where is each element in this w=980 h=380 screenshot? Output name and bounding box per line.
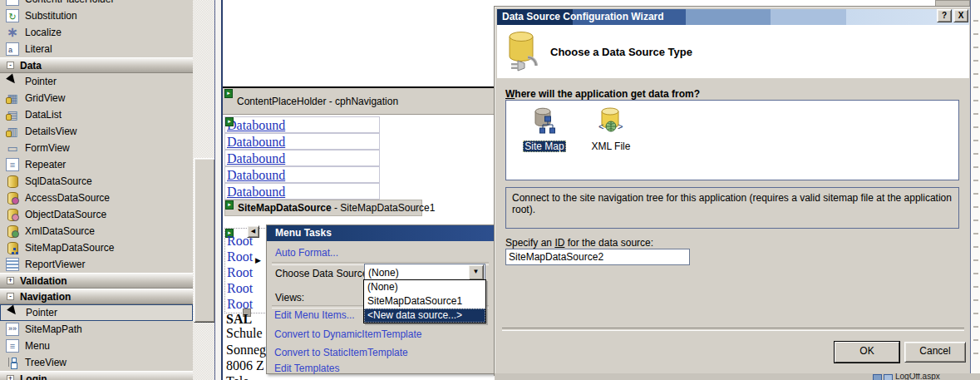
- toolbox-item-treeview[interactable]: TreeView: [0, 354, 193, 371]
- toolbox-item-objectdatasource[interactable]: ObjectDataSource: [0, 206, 193, 223]
- databound-link-box[interactable]: Databound: [224, 166, 380, 183]
- objectdatasource-icon: [6, 208, 19, 221]
- data-source-type-xmlfile[interactable]: < > XML File: [581, 107, 641, 152]
- toolbox-item-reportviewer[interactable]: ReportViewer: [0, 256, 193, 273]
- edit-templates-link[interactable]: Edit Templates: [274, 363, 340, 374]
- data-source-wizard-icon: [505, 29, 543, 76]
- toolbox-item-sitemapdatasource[interactable]: SiteMapDataSource: [0, 239, 193, 256]
- detailsview-icon: ▥: [6, 125, 19, 138]
- toolbox-item-sitemappath[interactable]: »» SiteMapPath: [0, 321, 193, 338]
- toolbox-item-formview[interactable]: ▭ FormView: [0, 140, 193, 156]
- menu-item-root[interactable]: Root: [225, 233, 267, 249]
- toolbox-section-navigation[interactable]: - Navigation: [0, 289, 193, 304]
- repeater-icon: ≡: [6, 158, 19, 171]
- toolbox-item-xmldatasource[interactable]: XmlDataSource: [0, 223, 193, 239]
- data-source-type-sitemap[interactable]: Site Map: [518, 107, 571, 152]
- sitemappath-icon: »»: [6, 323, 19, 336]
- xml-file-icon: < >: [598, 107, 623, 138]
- sitemapdatasource-control[interactable]: ▸ SiteMapDataSource - SiteMapDataSource1: [224, 200, 422, 216]
- svg-text:>: >: [618, 121, 623, 131]
- svg-text:<: <: [598, 121, 603, 131]
- views-label: Views:: [275, 292, 304, 304]
- logoff-file-label: LogOff.aspx: [895, 373, 940, 380]
- toolbox-item-literal[interactable]: a Literal: [0, 41, 193, 57]
- reportviewer-icon: [6, 258, 19, 271]
- data-source-dropdown-list: (None) SiteMapDataSource1 <New data sour…: [363, 279, 486, 323]
- menu-icon: ≡: [6, 339, 19, 353]
- dropdown-option-sitemapdatasource1[interactable]: SiteMapDataSource1: [364, 294, 485, 308]
- toolbox-section-validation[interactable]: + Validation: [0, 273, 193, 289]
- toolbox-item-localize[interactable]: ∗ Localize: [0, 24, 193, 41]
- toolbox-item-substitution[interactable]: ↻ Substitution: [0, 7, 193, 24]
- toolbox-item-detailsview[interactable]: ▥ DetailsView: [0, 123, 193, 140]
- pointer-icon: [7, 306, 20, 319]
- file-icon: [873, 374, 882, 380]
- databound-link-box[interactable]: Databound: [224, 183, 380, 200]
- databound-link-box[interactable]: Databound: [224, 150, 380, 166]
- menu-item-root[interactable]: Root▶: [225, 249, 267, 264]
- datalist-icon: ▤: [6, 108, 19, 121]
- accessdatasource-icon: [6, 191, 19, 205]
- toolbox-item-datalist[interactable]: ▤ DataList: [0, 106, 193, 123]
- convert-static-link[interactable]: Convert to StaticItemTemplate: [274, 347, 408, 358]
- convert-dynamic-link[interactable]: Convert to DynamicItemTemplate: [274, 328, 421, 340]
- toolbox-item-pointer-navigation[interactable]: Pointer: [0, 304, 193, 321]
- smarttag-collapse-button[interactable]: ◀: [247, 225, 259, 238]
- dialog-heading: Choose a Data Source Type: [550, 46, 692, 58]
- close-button[interactable]: X: [953, 9, 968, 22]
- page-text-line: 8006 Z: [226, 358, 264, 373]
- collapse-minus-icon[interactable]: -: [7, 62, 14, 69]
- file-icon: [884, 374, 893, 380]
- menu-tasks-title: Menu Tasks: [267, 225, 494, 241]
- dropdown-option-none[interactable]: (None): [364, 280, 485, 294]
- databound-link-box[interactable]: Databound: [224, 133, 380, 150]
- toolbox-item-repeater[interactable]: ≡ Repeater: [0, 156, 193, 173]
- page-text-line-clipped: Tele: [226, 374, 249, 380]
- literal-icon: a: [6, 42, 19, 56]
- combobox-dropdown-icon[interactable]: ▼: [468, 264, 484, 280]
- gridview-icon: ▦: [6, 91, 19, 105]
- menu-control[interactable]: ▸ Root Root▶ Root Root Root: [224, 228, 267, 313]
- help-button[interactable]: ?: [937, 9, 952, 22]
- sitemapdatasource-icon: [6, 241, 19, 254]
- ok-button[interactable]: OK: [835, 342, 899, 363]
- background-window-sliver: [970, 0, 980, 380]
- element-marker-icon: ▸: [224, 89, 233, 98]
- dialog-titlebar[interactable]: Data Source Configuration Wizard: [497, 9, 969, 25]
- menu-item-root[interactable]: Root: [225, 280, 267, 296]
- panel-splitter[interactable]: [214, 0, 223, 380]
- collapse-minus-icon[interactable]: -: [7, 293, 14, 300]
- page-text-line: SAL: [226, 312, 252, 327]
- toolbox-item-contentplaceholder[interactable]: ContentPlaceHolder: [0, 0, 193, 7]
- cancel-button[interactable]: Cancel: [904, 342, 966, 363]
- toolbox-item-menu[interactable]: ≡ Menu: [0, 338, 193, 354]
- substitution-icon: ↻: [6, 9, 19, 22]
- menu-item-root[interactable]: Root: [225, 264, 267, 280]
- combobox-value: (None): [365, 267, 467, 279]
- toolbox-section-login[interactable]: + Login: [0, 371, 193, 380]
- toolbox-item-sqldatasource[interactable]: SqlDataSource: [0, 173, 193, 190]
- auto-format-link[interactable]: Auto Format...: [275, 247, 338, 259]
- toolbox-item-accessdatasource[interactable]: AccessDataSource: [0, 190, 193, 206]
- expand-plus-icon[interactable]: +: [7, 375, 14, 380]
- choose-data-source-label: Choose Data Source:: [275, 268, 371, 279]
- data-source-combobox[interactable]: (None) ▼: [364, 264, 485, 281]
- data-source-configuration-wizard-dialog: Data Source Configuration Wizard ? X Cho…: [495, 7, 972, 375]
- toolbox-section-data[interactable]: - Data: [0, 57, 193, 73]
- formview-icon: ▭: [6, 141, 19, 155]
- pointer-icon: [6, 75, 19, 88]
- toolbox-item-gridview[interactable]: ▦ GridView: [0, 90, 193, 106]
- databound-link-box[interactable]: ▸ Databound: [224, 116, 380, 133]
- site-map-icon: [532, 107, 557, 138]
- treeview-icon: [6, 356, 19, 369]
- edit-menu-items-link[interactable]: Edit Menu Items...: [274, 309, 355, 321]
- data-source-id-input[interactable]: [505, 249, 690, 265]
- data-source-type-list[interactable]: Site Map < > XML File: [505, 100, 959, 180]
- scrollbar-thumb[interactable]: [194, 158, 215, 323]
- dropdown-option-new-data-source[interactable]: <New data source...>: [364, 308, 485, 323]
- toolbox-scrollbar[interactable]: [193, 0, 214, 380]
- dialog-header: Choose a Data Source Type: [497, 25, 969, 78]
- page-text-line: Sonneg: [226, 343, 266, 358]
- expand-plus-icon[interactable]: +: [7, 277, 14, 284]
- toolbox-item-pointer-data[interactable]: Pointer: [0, 73, 193, 90]
